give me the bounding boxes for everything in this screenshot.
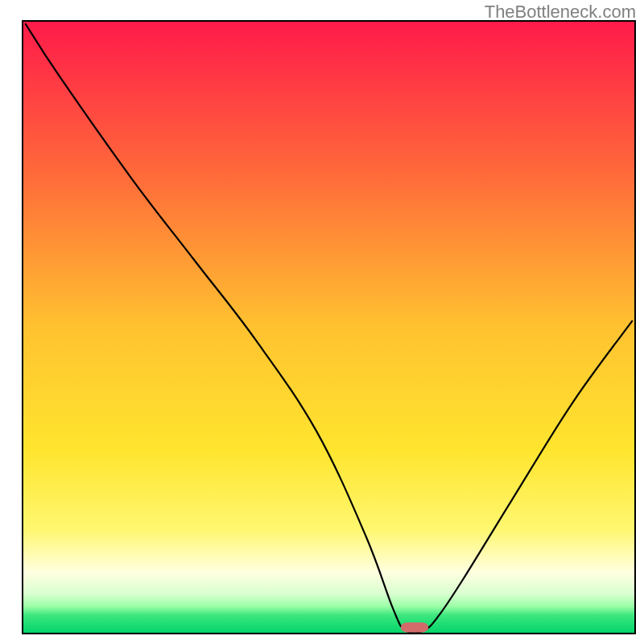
bottleneck-chart (0, 0, 644, 644)
optimal-marker (401, 622, 428, 632)
chart-container: TheBottleneck.com (0, 0, 644, 644)
watermark-text: TheBottleneck.com (485, 2, 636, 23)
gradient-background (23, 21, 635, 634)
